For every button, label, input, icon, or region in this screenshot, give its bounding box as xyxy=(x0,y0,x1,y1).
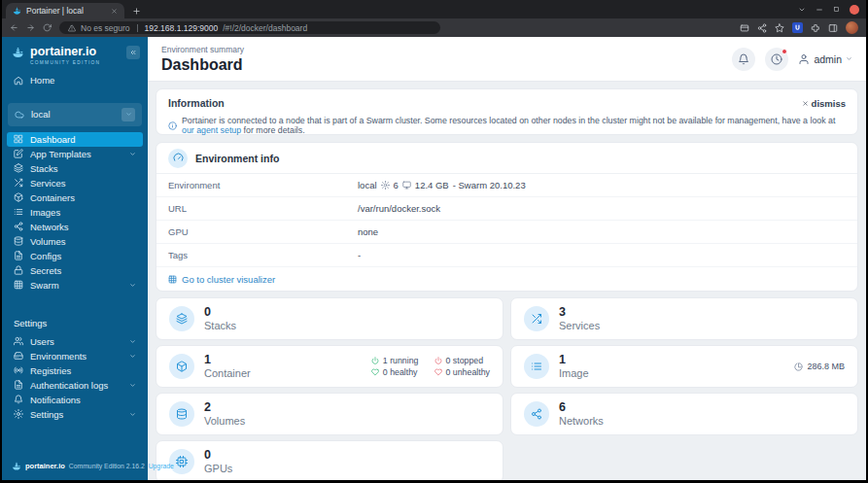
sidebar-item-volumes[interactable]: Volumes xyxy=(7,234,143,249)
chevron-down-icon xyxy=(129,382,136,389)
share-icon[interactable] xyxy=(757,23,767,33)
side-panel-icon[interactable] xyxy=(828,23,838,33)
images-icon xyxy=(14,207,23,217)
dismiss-button[interactable]: dismiss xyxy=(802,98,846,109)
dismiss-label: dismiss xyxy=(812,98,846,109)
tile-volumes[interactable]: 2 Volumes xyxy=(156,393,503,435)
sidebar-item-registries[interactable]: Registries xyxy=(7,363,143,378)
networks-icon-circle xyxy=(524,401,549,427)
sidebar-item-label: Swarm xyxy=(30,280,59,291)
environment-selector[interactable]: local xyxy=(8,103,142,126)
page-header: Environment summary Dashboard admin xyxy=(148,37,866,82)
new-tab-icon[interactable] xyxy=(132,7,141,16)
sidebar-item-notifications[interactable]: Notifications xyxy=(7,393,143,407)
tile-containers[interactable]: 1 Container 1 running 0 stopped 0 health… xyxy=(156,345,503,388)
username: admin xyxy=(814,53,842,65)
sidebar-item-label: Services xyxy=(30,178,65,189)
sidebar-item-settings[interactable]: Settings xyxy=(7,407,143,422)
bookmark-star-icon[interactable] xyxy=(775,23,784,33)
memory-icon xyxy=(402,181,411,190)
volumes-icon xyxy=(14,236,23,246)
secrets-icon xyxy=(14,265,23,275)
sidebar-logo-row: portainer.io COMMUNITY EDITION xyxy=(2,37,148,70)
window-menu-chevron-icon[interactable] xyxy=(798,6,806,14)
pie-chart-icon xyxy=(794,362,803,371)
images-total-size: 286.8 MB xyxy=(794,362,845,371)
tab-close-icon[interactable] xyxy=(111,8,118,15)
sidebar-item-secrets[interactable]: Secrets xyxy=(7,263,143,278)
container-statuses: 1 running 0 stopped 0 healthy 0 unhealth… xyxy=(371,356,490,377)
dashboard-tiles: 0 Stacks 3 Services xyxy=(156,297,858,480)
extensions-puzzle-icon[interactable] xyxy=(811,23,820,33)
breadcrumb: Environment summary xyxy=(161,45,244,54)
tile-gpus[interactable]: 0 GPUs xyxy=(156,440,503,480)
sidebar-item-authentication-logs[interactable]: Authentication logs xyxy=(7,378,143,393)
upgrade-link[interactable]: Upgrade xyxy=(149,463,174,469)
sidebar-item-swarm[interactable]: Swarm xyxy=(7,278,143,293)
window-minimize-icon[interactable] xyxy=(816,6,823,14)
security-warning-icon xyxy=(68,24,76,32)
sidebar-item-services[interactable]: Services xyxy=(7,176,143,190)
back-icon[interactable] xyxy=(10,23,18,32)
address-bar[interactable]: No es seguro 192.168.1.129:9000 /#!/2/do… xyxy=(59,21,440,34)
sidebar-item-environments[interactable]: Environments xyxy=(7,349,143,363)
sidebar-collapse-button[interactable] xyxy=(126,46,140,59)
sidebar-item-users[interactable]: Users xyxy=(7,334,143,349)
sidebar-item-images[interactable]: Images xyxy=(7,205,143,220)
networks-icon xyxy=(14,222,23,231)
notifications-button[interactable] xyxy=(732,48,755,71)
sidebar-item-label: Networks xyxy=(30,222,69,232)
registries-icon xyxy=(14,365,23,375)
tile-images[interactable]: 1 Image 286.8 MB xyxy=(510,345,858,388)
sidebar-item-label: Stacks xyxy=(30,163,58,174)
cluster-visualizer-link[interactable]: Go to cluster visualizer xyxy=(156,267,857,291)
sidebar-item-label: Registries xyxy=(30,365,71,376)
toolbar-extensions xyxy=(740,21,858,34)
browser-window: Portainer | local No es seguro 192.168.1… xyxy=(2,0,866,480)
footer-edition: Community Edition 2.16.2 xyxy=(69,463,145,469)
environment-row: Environment local 6 12.4 GB - Swarm 20.1… xyxy=(156,174,857,197)
tile-services[interactable]: 3 Services xyxy=(510,297,858,340)
home-icon xyxy=(14,76,23,86)
sidebar-item-containers[interactable]: Containers xyxy=(7,190,143,205)
ublock-extension-icon[interactable] xyxy=(792,22,803,33)
chevron-down-icon xyxy=(846,55,852,62)
browser-tab[interactable]: Portainer | local xyxy=(6,3,124,18)
main-area: Environment summary Dashboard admin xyxy=(148,37,866,480)
sidebar-item-home[interactable]: Home xyxy=(7,70,143,91)
update-notification-button[interactable] xyxy=(765,48,788,71)
services-icon-circle xyxy=(524,306,549,331)
window-maximize-icon[interactable] xyxy=(833,6,840,13)
user-menu[interactable]: admin xyxy=(798,53,852,65)
reading-list-icon[interactable] xyxy=(740,23,749,33)
sidebar-item-configs[interactable]: Configs xyxy=(7,249,143,263)
tile-networks[interactable]: 6 Networks xyxy=(510,393,858,435)
sidebar-item-label: Images xyxy=(30,207,60,218)
browser-profile-avatar[interactable] xyxy=(846,21,858,34)
url-row: URL /var/run/docker.sock xyxy=(156,197,857,221)
sidebar-item-networks[interactable]: Networks xyxy=(7,220,143,234)
window-controls xyxy=(798,0,866,18)
sidebar-item-label: Containers xyxy=(30,192,75,203)
sidebar-item-label: Environments xyxy=(30,351,87,362)
brand-edition: COMMUNITY EDITION xyxy=(30,60,100,65)
forward-icon[interactable] xyxy=(26,23,35,32)
tile-stacks[interactable]: 0 Stacks xyxy=(156,297,503,340)
sidebar-item-app-templates[interactable]: App Templates xyxy=(7,147,143,161)
reload-icon[interactable] xyxy=(43,23,52,32)
dashboard-content: Information dismiss Portainer is connect… xyxy=(148,82,866,480)
sidebar-item-dashboard[interactable]: Dashboard xyxy=(7,132,143,147)
gauge-icon xyxy=(173,153,184,163)
environment-collapse-button[interactable] xyxy=(122,108,135,121)
window-close-button[interactable] xyxy=(850,5,859,15)
sidebar-item-label: Secrets xyxy=(30,265,61,276)
chevron-down-icon xyxy=(129,353,136,360)
cpu-icon xyxy=(381,181,390,190)
gauge-icon-circle xyxy=(168,149,188,168)
chevron-down-icon xyxy=(129,411,136,418)
sidebar-item-stacks[interactable]: Stacks xyxy=(7,161,143,176)
bell-icon xyxy=(738,53,749,65)
agent-setup-link[interactable]: our agent setup xyxy=(182,125,241,135)
chevron-down-icon xyxy=(129,338,136,345)
swarm-icon xyxy=(14,280,23,290)
